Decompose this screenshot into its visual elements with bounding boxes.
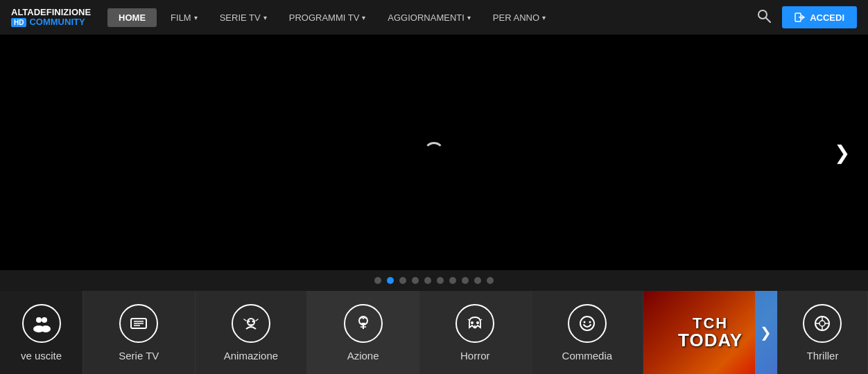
login-icon xyxy=(795,12,806,23)
azione-label: Azione xyxy=(347,350,379,362)
categories-next-icon: ❯ xyxy=(760,324,772,341)
azione-icon xyxy=(344,304,383,343)
search-icon xyxy=(757,9,771,23)
thriller-label: Thriller xyxy=(807,350,839,362)
animazione-label: Animazione xyxy=(224,350,278,362)
dot-9[interactable] xyxy=(474,277,481,284)
search-button[interactable] xyxy=(752,6,776,29)
nav-serie-tv-arrow: ▾ xyxy=(263,14,267,21)
category-animazione[interactable]: Animazione xyxy=(196,291,308,374)
nav-per-anno-label: PER ANNO xyxy=(493,12,539,23)
nuove-uscite-icon xyxy=(22,304,61,343)
nav-film-label: FILM xyxy=(171,12,191,23)
dot-7[interactable] xyxy=(449,277,456,284)
dot-2[interactable] xyxy=(387,277,394,284)
nav-serie-tv-label: SERIE TV xyxy=(220,12,261,23)
nuove-uscite-label: ve uscite xyxy=(21,350,62,362)
categories-next-button[interactable]: ❯ xyxy=(755,291,777,374)
category-thriller[interactable]: Thriller xyxy=(778,291,868,374)
dot-1[interactable] xyxy=(374,277,381,284)
nav-film-arrow: ▾ xyxy=(194,14,198,21)
slideshow-dots xyxy=(0,270,868,291)
svg-point-4 xyxy=(36,317,42,323)
logo: ALTADEFINIZIONE HDCOMMUNITY xyxy=(11,8,91,28)
nav-per-anno[interactable]: PER ANNO ▾ xyxy=(485,8,554,27)
home-button[interactable]: HOME xyxy=(107,8,157,27)
categories-bar: ve uscite Serie TV Animazione xyxy=(0,291,868,374)
svg-point-7 xyxy=(41,326,51,332)
dot-10[interactable] xyxy=(487,277,494,284)
nav-programmi-tv[interactable]: PROGRAMMI TV ▾ xyxy=(281,8,374,27)
horror-icon xyxy=(455,304,494,343)
nav-aggiornamenti[interactable]: AGGIORNAMENTI ▾ xyxy=(379,8,479,27)
category-commedia[interactable]: Commedia xyxy=(532,291,644,374)
nav-programmi-tv-arrow: ▾ xyxy=(362,14,365,21)
community-label: COMMUNITY xyxy=(29,17,85,27)
svg-point-22 xyxy=(580,317,594,330)
thriller-icon xyxy=(803,304,842,343)
horror-label: Horror xyxy=(460,350,490,362)
nav-programmi-tv-label: PROGRAMMI TV xyxy=(289,12,360,23)
loading-spinner xyxy=(424,142,444,163)
category-azione[interactable]: Azione xyxy=(307,291,419,374)
svg-point-13 xyxy=(248,320,250,322)
svg-point-5 xyxy=(42,317,47,323)
svg-point-23 xyxy=(583,321,585,323)
svg-point-0 xyxy=(758,10,767,19)
hero-next-button[interactable]: ❯ xyxy=(826,132,857,173)
accedi-label: ACCEDI xyxy=(810,12,844,23)
svg-point-24 xyxy=(589,321,591,323)
thumbnail-text: TCH TODAY xyxy=(672,310,748,355)
svg-point-26 xyxy=(819,321,825,326)
hero-banner: ❯ xyxy=(0,35,868,270)
accedi-button[interactable]: ACCEDI xyxy=(782,6,857,28)
nav-film[interactable]: FILM ▾ xyxy=(162,8,206,27)
dot-6[interactable] xyxy=(437,277,444,284)
svg-point-19 xyxy=(476,321,479,324)
navbar: ALTADEFINIZIONE HDCOMMUNITY HOME FILM ▾ … xyxy=(0,0,868,35)
dot-5[interactable] xyxy=(424,277,431,284)
serie-tv-icon xyxy=(119,304,158,343)
svg-point-14 xyxy=(252,320,254,322)
dot-4[interactable] xyxy=(412,277,419,284)
category-serie-tv[interactable]: Serie TV xyxy=(83,291,196,374)
dot-3[interactable] xyxy=(399,277,406,284)
hd-badge: HD xyxy=(11,18,26,27)
svg-point-18 xyxy=(471,321,474,324)
nav-aggiornamenti-label: AGGIORNAMENTI xyxy=(388,12,465,23)
nav-per-anno-arrow: ▾ xyxy=(542,14,546,21)
dot-8[interactable] xyxy=(462,277,469,284)
commedia-label: Commedia xyxy=(562,350,613,362)
nav-serie-tv[interactable]: SERIE TV ▾ xyxy=(211,8,275,27)
animazione-icon xyxy=(232,304,270,343)
category-nuove-uscite[interactable]: ve uscite xyxy=(0,291,83,374)
category-horror[interactable]: Horror xyxy=(419,291,532,374)
category-thumbnail: TCH TODAY ❯ xyxy=(643,291,778,374)
hero-next-arrow-icon: ❯ xyxy=(834,141,850,164)
serie-tv-label: Serie TV xyxy=(119,350,159,362)
svg-line-1 xyxy=(766,18,770,22)
commedia-icon xyxy=(568,304,607,343)
nav-aggiornamenti-arrow: ▾ xyxy=(467,14,471,21)
